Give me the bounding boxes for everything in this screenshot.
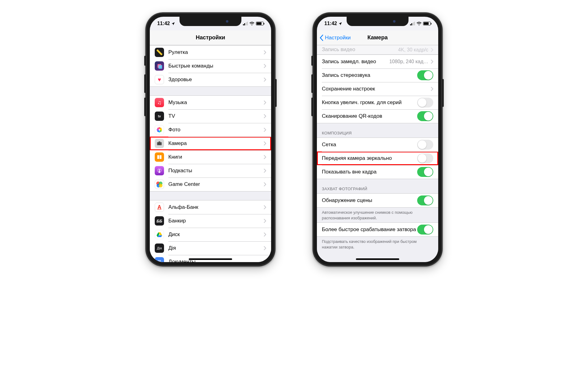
row-label: Быстрые команды [168,63,264,69]
phone-left: 11:42 Настройки 📏 Рулетка [145,12,275,266]
row-volume-burst[interactable]: Кнопка увелич. громк. для серий [317,96,438,109]
row-label: Кнопка увелич. громк. для серий [322,99,417,106]
notch [179,17,241,26]
notch [347,17,409,26]
row-label: Альфа-Банк [168,204,264,210]
row-drive[interactable]: Диск [150,228,271,241]
screen: 11:42 Настройки 📏 Рулетка [150,17,271,262]
row-label: Дія [168,245,264,251]
toggle-outside-frame[interactable] [417,167,433,177]
svg-point-14 [159,169,160,171]
nav-header: Настройки [150,30,271,45]
toggle-grid[interactable] [417,140,433,150]
cellular-icon [410,22,415,25]
row-label: Game Center [168,181,264,187]
location-icon [171,22,175,26]
volume-up-button[interactable] [144,74,146,93]
bankir-icon: ББ [155,216,164,226]
toggle-fast-shutter[interactable] [417,225,433,235]
chevron-right-icon [264,182,266,186]
chevron-right-icon [264,219,266,223]
row-preserve[interactable]: Сохранение настроек [317,82,438,96]
row-fast-shutter[interactable]: Более быстрое срабатывание затвора [317,223,438,236]
toggle-qr[interactable] [417,111,433,121]
chevron-right-icon [264,260,266,262]
row-scene-detect[interactable]: Обнаружение сцены [317,194,438,207]
row-books[interactable]: Книги [150,150,271,164]
footer-shutter: Подстраивать качество изображений при бы… [317,237,438,252]
power-button[interactable] [275,79,277,107]
row-label: Рулетка [168,49,264,55]
row-label: Здоровье [168,77,264,83]
row-grid[interactable]: Сетка [317,138,438,151]
row-alfabank[interactable]: А Альфа-Банк [150,200,271,214]
battery-icon [423,22,431,25]
row-label: Подкасты [168,168,264,174]
mute-switch[interactable] [311,56,313,66]
row-gamecenter[interactable]: Game Center [150,178,271,191]
battery-icon [256,22,264,25]
row-label: Книги [168,154,264,160]
row-bankir[interactable]: ББ Банкир [150,214,271,228]
page-title: Настройки [196,34,225,41]
row-video-record[interactable]: Запись видео 4K, 30 кадр/с [317,45,438,55]
settings-list[interactable]: 📏 Рулетка Быстрые команды ♥ Здоровье [150,45,271,262]
camera-settings-list[interactable]: Запись видео 4K, 30 кадр/с Запись замедл… [317,45,438,262]
back-button[interactable]: Настройки [319,30,351,45]
volume-down-button[interactable] [311,98,313,116]
books-icon [155,152,164,162]
row-mirror-front[interactable]: Передняя камера зеркально [317,151,438,165]
row-tv[interactable]: tv TV [150,109,271,123]
row-label: Диск [168,231,264,238]
chevron-right-icon [264,64,266,68]
toggle-stereo[interactable] [417,70,433,80]
row-label: Банкир [168,218,264,224]
phone-right: 11:42 Настройки Камера Запись видео 4K, … [313,12,443,266]
home-indicator[interactable] [356,258,399,260]
chevron-right-icon [264,232,266,237]
row-ruler[interactable]: 📏 Рулетка [150,46,271,59]
row-shortcuts[interactable]: Быстрые команды [150,59,271,73]
row-label: Фото [168,127,264,133]
row-qr[interactable]: Сканирование QR-кодов [317,109,438,123]
photos-icon [155,125,164,134]
row-camera[interactable]: Камера [150,137,271,150]
row-label: Сохранение настроек [322,86,431,92]
camera-icon [155,139,164,148]
row-stereo[interactable]: Запись стереозвука [317,68,438,82]
chevron-right-icon [264,205,266,209]
power-button[interactable] [442,79,444,107]
row-label: Сетка [322,142,417,148]
row-diia[interactable]: Дія Дія [150,241,271,255]
row-outside-frame[interactable]: Показывать вне кадра [317,165,438,179]
row-slowmo[interactable]: Запись замедл. видео 1080p, 240 кад… [317,55,438,68]
wifi-icon [417,22,422,25]
chevron-right-icon [264,169,266,173]
section-composition: КОМПОЗИЦИЯ [317,123,438,138]
diia-icon: Дія [155,244,164,253]
row-photos[interactable]: Фото [150,123,271,137]
music-icon: ♫ [155,98,164,107]
toggle-volume-burst[interactable] [417,98,433,108]
chevron-right-icon [431,48,433,52]
toggle-scene-detect[interactable] [417,195,433,205]
row-podcasts[interactable]: Подкасты [150,164,271,178]
row-label: TV [168,113,264,119]
chevron-right-icon [264,100,266,105]
chevron-right-icon [431,87,433,91]
svg-rect-22 [158,261,161,262]
mute-switch[interactable] [144,56,146,66]
row-health[interactable]: ♥ Здоровье [150,73,271,86]
row-value: 4K, 30 кадр/с [398,47,428,53]
volume-up-button[interactable] [311,74,313,93]
footer-scene: Автоматическое улучшение снимков с помощ… [317,208,438,222]
chevron-right-icon [264,155,266,159]
row-label: Обнаружение сцены [322,197,417,204]
svg-point-12 [159,143,160,144]
row-music[interactable]: ♫ Музыка [150,96,271,109]
screen: 11:42 Настройки Камера Запись видео 4K, … [317,17,438,262]
home-indicator[interactable] [189,258,232,260]
chevron-right-icon [264,141,266,146]
volume-down-button[interactable] [144,98,146,116]
toggle-mirror-front[interactable] [417,153,433,163]
